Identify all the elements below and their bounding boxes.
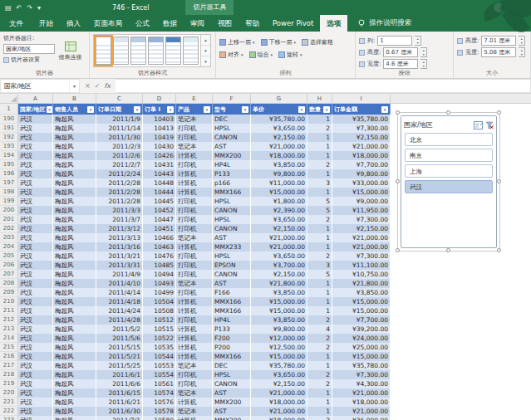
cell[interactable]: 10463 <box>143 242 176 252</box>
cell[interactable]: ¥9,800.00 <box>332 169 391 178</box>
cell[interactable]: 2011/6/6 <box>96 379 143 388</box>
row-number[interactable]: 210 <box>0 297 18 306</box>
cell[interactable]: 梅超风 <box>53 306 96 315</box>
cell[interactable]: 10444 <box>143 188 176 197</box>
slicer-settings-button[interactable]: 切片器设置 <box>3 56 55 64</box>
row-number[interactable]: 196 <box>0 169 18 178</box>
cell[interactable]: ¥21,000.00 <box>251 407 307 416</box>
cell[interactable]: 打印机 <box>176 124 213 133</box>
slicer-country[interactable]: 国家/地区 北京南京上海 <box>401 115 497 248</box>
cell[interactable]: 2011/4/24 <box>96 306 143 315</box>
cell[interactable]: 笔记本 <box>176 142 213 151</box>
cell[interactable]: ¥21,000.00 <box>332 407 391 416</box>
column-letter-D[interactable]: D <box>143 94 176 103</box>
cell[interactable]: 2011/3/7 <box>96 215 143 224</box>
row-number[interactable]: 215 <box>0 343 18 352</box>
cell[interactable]: 梅超风 <box>53 224 96 233</box>
column-letter-I[interactable]: I <box>332 94 391 103</box>
cell[interactable]: 笔记本 <box>176 279 213 288</box>
cell[interactable]: ¥7,300.00 <box>332 215 391 224</box>
cell[interactable]: ¥39,200.00 <box>332 325 391 334</box>
row-number[interactable]: 222 <box>0 407 18 416</box>
arrange-button-组合[interactable]: 组合▾ <box>249 51 273 59</box>
cell[interactable]: ¥2,150.00 <box>251 133 307 142</box>
cell[interactable]: ¥3,850.00 <box>251 160 307 169</box>
cell[interactable]: 武汉 <box>18 206 53 215</box>
cell[interactable]: AST <box>213 233 251 242</box>
insert-function-icon[interactable]: fx <box>104 82 111 90</box>
column-header-cell[interactable]: 订单日期▾ <box>96 104 143 115</box>
cell[interactable]: ¥15,000.00 <box>251 352 307 361</box>
cell[interactable]: p166 <box>213 178 251 188</box>
cell[interactable]: 2011/6/21 <box>96 398 143 407</box>
cell[interactable]: MMX233 <box>213 242 251 252</box>
filter-dropdown-icon[interactable]: ▾ <box>298 106 305 113</box>
cell[interactable]: 武汉 <box>18 233 53 242</box>
cell[interactable]: 武汉 <box>18 133 53 142</box>
cell[interactable]: ¥9,800.00 <box>251 325 307 334</box>
cell[interactable]: 梅超风 <box>53 169 96 178</box>
cell[interactable]: ¥18,000.00 <box>251 416 307 420</box>
cell[interactable]: 武汉 <box>18 325 53 334</box>
cell[interactable]: 10576 <box>143 398 176 407</box>
cell[interactable]: 梅超风 <box>53 297 96 306</box>
cell[interactable]: 武汉 <box>18 252 53 261</box>
cell[interactable]: 计算机 <box>176 297 213 306</box>
cell[interactable]: HPSL <box>213 370 251 379</box>
cell[interactable]: 2 <box>307 124 332 133</box>
tell-me-search[interactable]: 操作说明搜索 <box>357 15 411 32</box>
row-number[interactable]: 209 <box>0 288 18 297</box>
cell[interactable]: 10554 <box>143 370 176 379</box>
cell[interactable]: 打印机 <box>176 379 213 388</box>
row-number[interactable]: 207 <box>0 270 18 279</box>
cell[interactable]: 计算机 <box>176 306 213 315</box>
cell[interactable]: 1 <box>307 224 332 233</box>
spin-down-icon[interactable]: ▾ <box>521 41 523 45</box>
cell[interactable]: 梅超风 <box>53 270 96 279</box>
cell[interactable]: MMX166 <box>213 188 251 197</box>
cell[interactable]: ¥4,300.00 <box>332 379 391 388</box>
row-number[interactable]: 221 <box>0 398 18 407</box>
formula-input[interactable] <box>116 79 531 93</box>
cell[interactable]: ¥33,000.00 <box>332 178 391 188</box>
cell[interactable]: 武汉 <box>18 115 53 124</box>
arrange-button-旋转[interactable]: 旋转▾ <box>278 51 302 59</box>
cell[interactable]: ¥21,800.00 <box>332 279 391 288</box>
cell[interactable]: 2011/6/15 <box>96 388 143 398</box>
row-number[interactable]: 218 <box>0 370 18 379</box>
column-header-cell[interactable]: 数量▾ <box>307 104 332 115</box>
tab-插入[interactable]: 插入 <box>60 15 87 32</box>
cell[interactable]: 1 <box>307 242 332 252</box>
cell[interactable]: 2011/4/14 <box>96 288 143 297</box>
cell[interactable]: 梅超风 <box>53 206 96 215</box>
cell[interactable]: 笔记本 <box>176 361 213 370</box>
cell[interactable]: 1 <box>307 288 332 297</box>
cell[interactable]: 梅超风 <box>53 352 96 361</box>
cell[interactable]: 武汉 <box>18 379 53 388</box>
enter-icon[interactable]: ✓ <box>95 82 101 90</box>
clear-filter-icon[interactable] <box>485 117 494 133</box>
filter-dropdown-icon[interactable]: ▾ <box>134 106 140 113</box>
cell[interactable]: 打印机 <box>176 370 213 379</box>
cell[interactable]: 2011/2/3 <box>96 142 143 151</box>
cancel-icon[interactable]: × <box>85 82 91 90</box>
row-number[interactable]: 212 <box>0 315 18 325</box>
cell[interactable]: 10466 <box>143 233 176 242</box>
size-height-field[interactable]: 7.01 厘米 <box>481 36 516 46</box>
cell[interactable]: ¥24,000.00 <box>332 334 391 343</box>
cell[interactable]: 武汉 <box>18 124 53 133</box>
cell[interactable]: 1 <box>307 142 332 151</box>
cell[interactable]: 2011/3/16 <box>96 242 143 252</box>
cell[interactable]: 武汉 <box>18 407 53 416</box>
cell[interactable]: 计算机 <box>176 352 213 361</box>
column-header-cell[interactable]: 型号▾ <box>213 104 251 115</box>
column-header-cell[interactable]: 国家/地区▾ <box>18 104 53 115</box>
size-height-spinner[interactable]: ▴▾ <box>519 36 525 46</box>
cell[interactable]: 笔记本 <box>176 407 213 416</box>
cell[interactable]: ¥3,650.00 <box>251 252 307 261</box>
slicer-resize-handle[interactable] <box>396 248 400 252</box>
cell[interactable]: 2011/6/1 <box>96 370 143 379</box>
cell[interactable]: AST <box>213 407 251 416</box>
cell[interactable]: 计算机 <box>176 242 213 252</box>
cell[interactable]: 1 <box>307 279 332 288</box>
